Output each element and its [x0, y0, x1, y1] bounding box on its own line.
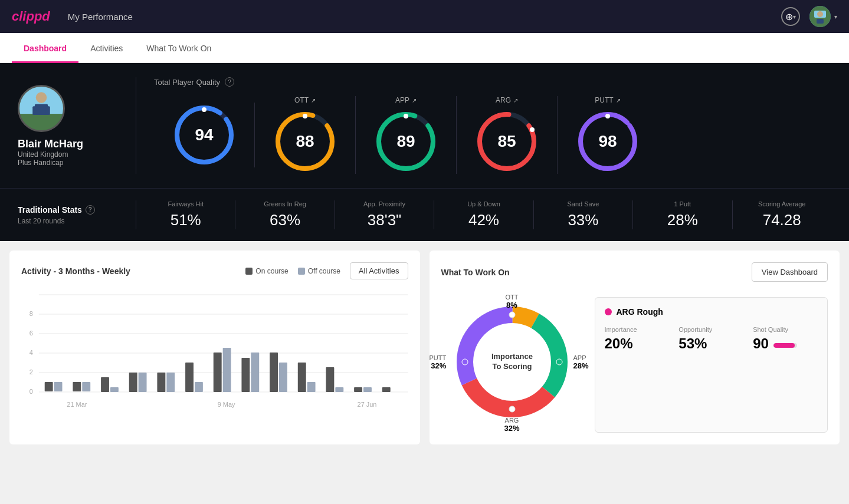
gauge-total-value: 94 [195, 126, 213, 144]
svg-rect-40 [101, 377, 109, 392]
svg-point-6 [36, 92, 47, 103]
svg-point-71 [509, 312, 515, 318]
donut-chart: Importance To Scoring OTT 8% APP [441, 291, 583, 433]
svg-point-73 [509, 406, 515, 412]
detail-dot [605, 308, 612, 315]
svg-rect-5 [19, 114, 63, 130]
gauge-ott: OTT ↗ 88 [255, 96, 356, 174]
svg-rect-54 [298, 363, 306, 392]
trad-stats-subtitle: Last 20 rounds [18, 217, 136, 225]
all-activities-button[interactable]: All Activities [350, 262, 408, 279]
tab-dashboard[interactable]: Dashboard [12, 33, 78, 63]
nav-tabs: Dashboard Activities What To Work On [0, 33, 849, 63]
trad-stat-updown: Up & Down 42% [434, 200, 533, 229]
svg-point-21 [530, 127, 535, 132]
header-actions: ⊕ ▾ ▾ [781, 6, 837, 27]
gauge-app: APP ↗ 89 [356, 96, 457, 174]
detail-opportunity: Opportunity 53% [678, 326, 743, 352]
svg-rect-42 [129, 373, 137, 392]
user-chevron-icon: ▾ [834, 14, 837, 20]
svg-text:Importance: Importance [491, 352, 532, 361]
work-on-inner: Importance To Scoring OTT 8% APP [441, 291, 828, 433]
trad-stat-fairways: Fairways Hit 51% [136, 200, 235, 229]
trad-stats-title: Traditional Stats [18, 205, 82, 215]
svg-text:4: 4 [29, 349, 33, 356]
player-avatar [18, 85, 65, 132]
donut-label-app: APP 28% [573, 354, 588, 370]
svg-rect-55 [307, 382, 316, 392]
tab-activities[interactable]: Activities [78, 33, 135, 63]
header: clippd My Performance ⊕ ▾ ▾ [0, 0, 849, 33]
svg-rect-51 [251, 353, 259, 392]
svg-rect-9 [45, 106, 50, 115]
gauge-arg: ARG ↗ 85 [457, 96, 558, 174]
work-on-card: What To Work On View Dashboard [430, 251, 840, 444]
svg-text:0: 0 [29, 388, 33, 395]
trad-stat-scoring: Scoring Average 74.28 [732, 200, 831, 229]
work-on-detail: ARG Rough Importance 20% Opportunity 53%… [595, 297, 828, 433]
svg-rect-3 [817, 19, 824, 24]
gauge-ott-label: OTT [294, 96, 309, 104]
donut-label-putt: PUTT 32% [430, 354, 447, 370]
trad-stat-proximity: App. Proximity 38'3" [335, 200, 434, 229]
svg-point-74 [462, 359, 468, 365]
bottom-section: Activity - 3 Months - Weekly On course O… [0, 241, 849, 454]
svg-rect-53 [279, 363, 287, 392]
arg-trend-icon: ↗ [513, 97, 518, 104]
svg-point-12 [202, 107, 206, 112]
player-country: United Kingdom [18, 150, 83, 159]
svg-point-18 [404, 114, 408, 118]
logo: clippd [12, 9, 50, 24]
gauge-putt-value: 98 [598, 132, 617, 151]
svg-rect-38 [73, 382, 81, 391]
app-trend-icon: ↗ [412, 97, 417, 104]
svg-rect-36 [45, 382, 53, 391]
svg-text:27 Jun: 27 Jun [358, 401, 377, 408]
quality-help-icon[interactable]: ? [225, 77, 234, 87]
activity-card: Activity - 3 Months - Weekly On course O… [9, 251, 420, 444]
gauge-putt-label: PUTT [595, 96, 613, 104]
trad-stat-greens: Greens In Reg 63% [235, 200, 334, 229]
gauge-putt: PUTT ↗ 98 [558, 96, 658, 174]
svg-text:21 Mar: 21 Mar [67, 401, 87, 408]
svg-rect-39 [82, 382, 90, 391]
svg-rect-60 [382, 387, 391, 392]
svg-text:8: 8 [29, 310, 33, 317]
svg-text:To Scoring: To Scoring [492, 362, 532, 371]
svg-rect-44 [157, 373, 165, 392]
add-button[interactable]: ⊕ ▾ [781, 7, 800, 26]
svg-rect-58 [354, 387, 362, 392]
player-name: Blair McHarg [18, 138, 83, 150]
stats-banner: Blair McHarg United Kingdom Plus Handica… [0, 63, 849, 188]
header-title: My Performance [68, 12, 781, 22]
legend-off-course: Off course [298, 267, 340, 275]
svg-rect-47 [195, 382, 203, 392]
gauge-app-value: 89 [396, 132, 415, 151]
ott-trend-icon: ↗ [311, 97, 316, 104]
shot-quality-bar [773, 343, 797, 348]
gauge-total: 94 [154, 103, 255, 167]
svg-point-72 [556, 359, 562, 365]
svg-rect-50 [241, 358, 250, 392]
svg-rect-52 [270, 353, 278, 392]
detail-shot-quality: Shot Quality 90 [753, 326, 818, 352]
legend-on-course: On course [245, 267, 288, 275]
trad-stat-oneputt: 1 Putt 28% [632, 200, 732, 229]
tab-what-to-work-on[interactable]: What To Work On [135, 33, 223, 63]
svg-text:2: 2 [29, 368, 33, 375]
plus-circle-icon: ⊕ [785, 11, 793, 22]
detail-metrics: Importance 20% Opportunity 53% Shot Qual… [605, 326, 818, 352]
detail-name: ARG Rough [617, 307, 663, 317]
detail-importance: Importance 20% [605, 326, 670, 352]
svg-rect-56 [326, 367, 334, 392]
work-on-title: What To Work On [441, 268, 510, 277]
user-avatar-container[interactable]: ▾ [809, 6, 837, 27]
gauges-row: 94 OTT ↗ 88 [154, 96, 831, 174]
chart-area: 0 2 4 6 8 [21, 289, 408, 419]
view-dashboard-button[interactable]: View Dashboard [752, 262, 828, 282]
trad-stats-help-icon[interactable]: ? [86, 205, 95, 215]
trad-stat-sandsave: Sand Save 33% [533, 200, 632, 229]
donut-label-ott: OTT 8% [506, 294, 519, 309]
player-handicap: Plus Handicap [18, 159, 83, 167]
traditional-stats: Traditional Stats ? Last 20 rounds Fairw… [0, 188, 849, 241]
